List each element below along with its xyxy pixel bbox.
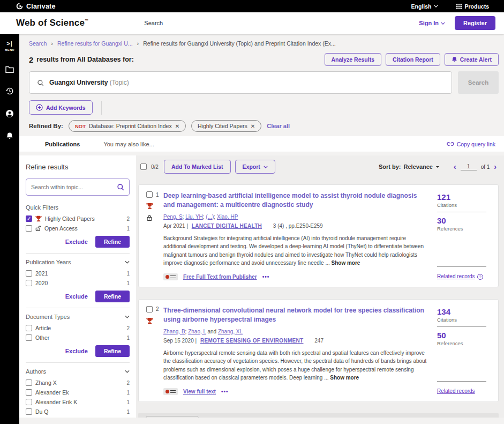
references-count[interactable]: 50 — [437, 331, 491, 340]
more-options-button[interactable]: ••• — [221, 389, 229, 395]
related-records-link[interactable]: Related records — [437, 273, 475, 279]
create-alert-button[interactable]: Create Alert — [445, 53, 499, 66]
search-within-topic-input[interactable] — [31, 184, 114, 190]
more-options-button[interactable]: ••• — [262, 274, 270, 280]
page-number-input[interactable]: 1 — [461, 163, 477, 170]
references-count[interactable]: 30 — [437, 216, 491, 225]
tab-you-may-also-like[interactable]: You may also like... — [103, 141, 154, 147]
section-header[interactable]: Document Types — [26, 314, 130, 320]
folder-icon[interactable] — [5, 65, 14, 73]
close-icon[interactable] — [175, 123, 179, 129]
citation-panel: 121 Citations 30 References Related reco… — [437, 191, 491, 280]
citations-count[interactable]: 121 — [437, 192, 491, 202]
result-title-link[interactable]: Deep learning-based artificial intellige… — [163, 191, 427, 210]
result-checkbox[interactable] — [146, 191, 153, 198]
exclude-link[interactable]: Exclude — [65, 293, 88, 300]
full-text-link[interactable]: Free Full Text from Publisher — [183, 274, 257, 280]
nav-search[interactable]: Search — [144, 20, 163, 26]
page-size-dropdown[interactable]: Page size 50 — [146, 416, 199, 418]
add-to-marked-list-button[interactable]: Add To Marked List — [164, 160, 231, 174]
related-records-link[interactable]: Related records — [437, 388, 475, 394]
account-icon[interactable] — [5, 109, 14, 118]
export-button[interactable]: Export — [235, 160, 275, 174]
author-link[interactable]: Xiao, HP — [217, 214, 238, 220]
result-checkbox[interactable] — [146, 306, 153, 313]
checkbox[interactable] — [26, 389, 32, 396]
filter-open-access[interactable]: Open Access 1 — [26, 225, 130, 232]
add-keywords-button[interactable]: Add Keywords — [29, 100, 93, 115]
chevron-down-icon[interactable] — [125, 315, 130, 318]
checkbox[interactable] — [26, 380, 32, 386]
refine-button[interactable]: Refine — [95, 236, 130, 248]
refine-button[interactable]: Refine — [95, 345, 130, 357]
show-more-link[interactable]: Show more — [332, 260, 360, 266]
analyze-results-button[interactable]: Analyze Results — [325, 53, 382, 66]
sort-by-dropdown[interactable]: Sort by: Relevance — [379, 163, 440, 170]
full-text-link[interactable]: View full text — [183, 389, 216, 395]
search-submit-button[interactable]: Search — [458, 71, 499, 94]
filter-author[interactable]: Alexander Erik K 1 — [26, 399, 130, 405]
citation-report-button[interactable]: Citation Report — [386, 53, 440, 66]
author-link[interactable]: Zhang, B — [163, 329, 185, 334]
close-icon[interactable] — [251, 123, 255, 129]
filter-author[interactable]: Zhang X 2 — [26, 380, 130, 386]
citations-count[interactable]: 134 — [437, 307, 491, 316]
chevron-down-icon[interactable] — [125, 370, 130, 373]
filter-author[interactable]: Alexander Ek 1 — [26, 389, 130, 396]
filter-other[interactable]: Other 1 — [26, 334, 130, 341]
filter-author[interactable]: Du Q 1 — [26, 408, 130, 415]
refine-button[interactable]: Refine — [95, 291, 130, 302]
help-icon[interactable] — [477, 274, 483, 280]
search-within-topic-box[interactable] — [26, 178, 130, 196]
checkbox[interactable] — [26, 334, 32, 341]
filter-label: 2020 — [35, 280, 48, 286]
section-header[interactable]: Publication Years — [26, 259, 130, 265]
more-authors-link[interactable]: (...) — [206, 214, 214, 220]
search-query-box[interactable]: Guangxi University (Topic) — [29, 71, 452, 94]
checkbox[interactable] — [26, 325, 32, 331]
filter-2021[interactable]: 2021 1 — [26, 270, 130, 277]
journal-link[interactable]: REMOTE SENSING OF ENVIRONMENT — [200, 338, 304, 344]
journal-link[interactable]: LANCET DIGITAL HEALTH — [192, 223, 262, 229]
filter-highly-cited[interactable]: Highly Cited Papers 2 — [26, 215, 130, 222]
link-icon — [447, 142, 454, 146]
clarivate-brand[interactable]: Clarivate — [16, 3, 56, 10]
checkbox[interactable] — [26, 225, 32, 232]
checkbox[interactable] — [26, 280, 32, 286]
search-icon[interactable] — [117, 183, 124, 191]
breadcrumb-refine-short[interactable]: Refine results for Guangxi U... — [57, 40, 133, 47]
wos-logo[interactable]: Web of Science™ — [16, 18, 88, 28]
sign-in-button[interactable]: Sign In — [419, 20, 445, 26]
clear-all-link[interactable]: Clear all — [267, 123, 290, 129]
exclude-link[interactable]: Exclude — [65, 239, 88, 245]
products-menu[interactable]: Products — [456, 3, 489, 10]
section-header[interactable]: Authors — [26, 368, 130, 375]
select-all-checkbox[interactable] — [140, 163, 147, 170]
history-icon[interactable] — [5, 87, 14, 95]
author-link[interactable]: Peng, S — [163, 214, 183, 220]
exclude-link[interactable]: Exclude — [65, 348, 88, 354]
filter-chip-database[interactable]: NOT Database: Preprint Citation Index — [69, 120, 186, 132]
show-more-link[interactable]: Show more — [330, 375, 359, 381]
checkbox[interactable] — [26, 399, 32, 405]
copy-query-link[interactable]: Copy query link — [447, 141, 495, 147]
tab-publications[interactable]: Publications — [45, 141, 80, 147]
next-page-icon[interactable] — [494, 163, 497, 170]
checkbox[interactable] — [26, 270, 32, 277]
alerts-bell-icon[interactable] — [6, 132, 13, 140]
previous-page-icon[interactable] — [454, 163, 456, 170]
breadcrumb-search[interactable]: Search — [29, 40, 47, 47]
register-button[interactable]: Register — [455, 16, 495, 30]
result-title-link[interactable]: Three-dimensional convolutional neural n… — [163, 306, 427, 325]
author-link[interactable]: Zhang, XL — [218, 329, 243, 334]
checkbox-checked[interactable] — [26, 215, 32, 222]
filter-chip-highly-cited[interactable]: Highly Cited Papers — [191, 120, 261, 132]
chevron-down-icon[interactable] — [125, 261, 130, 264]
author-link[interactable]: Zhao, L — [188, 329, 206, 334]
language-selector[interactable]: English — [411, 3, 439, 10]
checkbox[interactable] — [26, 408, 32, 415]
expand-menu-button[interactable]: MENU — [5, 40, 14, 51]
filter-article[interactable]: Article 2 — [26, 325, 130, 331]
filter-2020[interactable]: 2020 1 — [26, 280, 130, 286]
author-link[interactable]: Liu, YH — [185, 214, 203, 220]
